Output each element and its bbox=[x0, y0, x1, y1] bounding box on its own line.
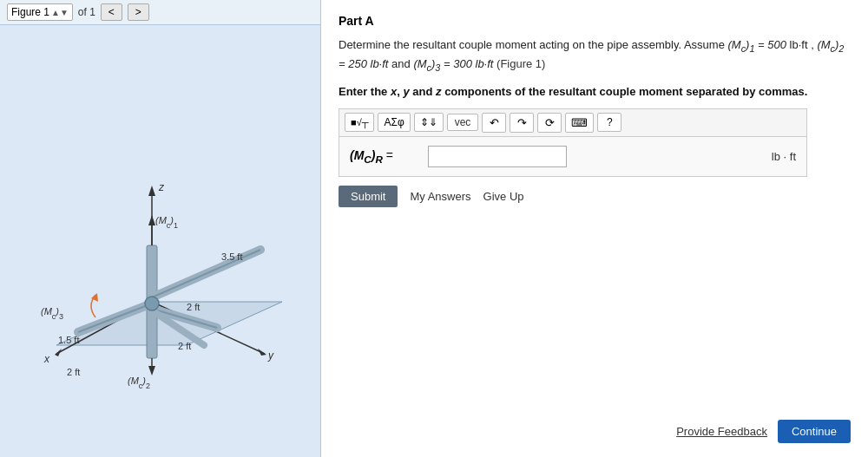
unit-label: lb · ft bbox=[772, 150, 796, 163]
problem-text-3: and bbox=[388, 57, 413, 70]
give-up-button[interactable]: Give Up bbox=[483, 190, 524, 203]
dim-2ft-lower: 2 ft bbox=[178, 341, 191, 351]
my-answers-button[interactable]: My Answers bbox=[410, 190, 470, 203]
vec-button[interactable]: vec bbox=[447, 114, 479, 131]
fraction-sqrt-button[interactable]: ■√┬ bbox=[345, 113, 374, 132]
continue-button[interactable]: Continue bbox=[778, 420, 851, 443]
figure-select[interactable]: Figure 1 ▲▼ bbox=[7, 3, 73, 21]
var-z: z bbox=[436, 85, 442, 98]
right-panel: Part A Determine the resultant couple mo… bbox=[321, 0, 868, 457]
left-panel: Figure 1 ▲▼ of 1 < > z y bbox=[0, 0, 321, 457]
figure-label: Figure 1 bbox=[11, 6, 49, 18]
alpha-sigma-button[interactable]: AΣφ bbox=[378, 113, 410, 132]
svg-marker-11 bbox=[148, 366, 155, 375]
instruction-text: Enter the x, y and z components of the r… bbox=[339, 85, 851, 98]
problem-math-1: (Mc)1 = 500 bbox=[728, 38, 787, 51]
math-toolbar: ■√┬ AΣφ ⇕⇓ vec ↶ ↷ ⟳ ⌨ ? bbox=[339, 108, 807, 136]
of-label: of 1 bbox=[78, 6, 95, 18]
answer-input[interactable] bbox=[428, 146, 567, 167]
nav-next-button[interactable]: > bbox=[128, 3, 149, 21]
problem-text: Determine the resultant couple moment ac… bbox=[339, 36, 851, 75]
dim-15ft: 1.5 ft bbox=[58, 335, 79, 345]
figure-select-arrow: ▲▼ bbox=[51, 8, 69, 17]
svg-marker-6 bbox=[55, 349, 62, 356]
figure1-link[interactable]: (Figure 1) bbox=[496, 57, 545, 70]
answer-label: (MC)R = bbox=[350, 148, 419, 165]
dim-2ft-upper: 2 ft bbox=[187, 302, 200, 312]
submit-button[interactable]: Submit bbox=[339, 186, 398, 207]
nav-prev-button[interactable]: < bbox=[101, 3, 122, 21]
reset-button[interactable]: ⟳ bbox=[537, 113, 562, 133]
answer-row: (MC)R = lb · ft bbox=[339, 136, 807, 177]
mc2-label: (Mc)2 bbox=[128, 375, 150, 390]
y-axis-label: y bbox=[267, 349, 274, 362]
mc3-label: (Mc)3 bbox=[41, 306, 63, 321]
provide-feedback-button[interactable]: Provide Feedback bbox=[676, 425, 767, 438]
figure-image: z y x (Mc)1 (Mc)2 bbox=[0, 25, 320, 457]
problem-text-1: Determine the resultant couple moment ac… bbox=[339, 38, 728, 51]
svg-line-13 bbox=[152, 250, 260, 297]
problem-math-3: (Mc)3 = 300 lb·ft bbox=[413, 57, 493, 70]
dim-2ft-base: 2 ft bbox=[67, 367, 80, 377]
arrows-button[interactable]: ⇕⇓ bbox=[414, 113, 444, 132]
undo-button[interactable]: ↶ bbox=[482, 113, 506, 133]
figure-toolbar: Figure 1 ▲▼ of 1 < > bbox=[0, 0, 320, 25]
keyboard-button[interactable]: ⌨ bbox=[565, 113, 594, 133]
bottom-row: Provide Feedback Continue bbox=[339, 406, 851, 443]
x-axis-label: x bbox=[43, 353, 50, 365]
pipe-assembly-diagram: z y x (Mc)1 (Mc)2 bbox=[13, 76, 308, 406]
dim-35ft: 3.5 ft bbox=[221, 251, 242, 262]
svg-marker-4 bbox=[258, 349, 266, 356]
help-button[interactable]: ? bbox=[597, 113, 621, 132]
var-y: y bbox=[403, 85, 409, 98]
redo-button[interactable]: ↷ bbox=[510, 113, 534, 133]
problem-text-2: lb·ft , bbox=[786, 38, 817, 51]
var-x: x bbox=[391, 85, 397, 98]
svg-marker-9 bbox=[148, 215, 155, 225]
z-axis-label: z bbox=[158, 181, 165, 193]
svg-marker-2 bbox=[148, 186, 155, 196]
submit-row: Submit My Answers Give Up bbox=[339, 186, 851, 207]
mc1-label: (Mc)1 bbox=[155, 215, 178, 230]
svg-point-20 bbox=[145, 297, 159, 310]
part-label: Part A bbox=[339, 14, 851, 28]
